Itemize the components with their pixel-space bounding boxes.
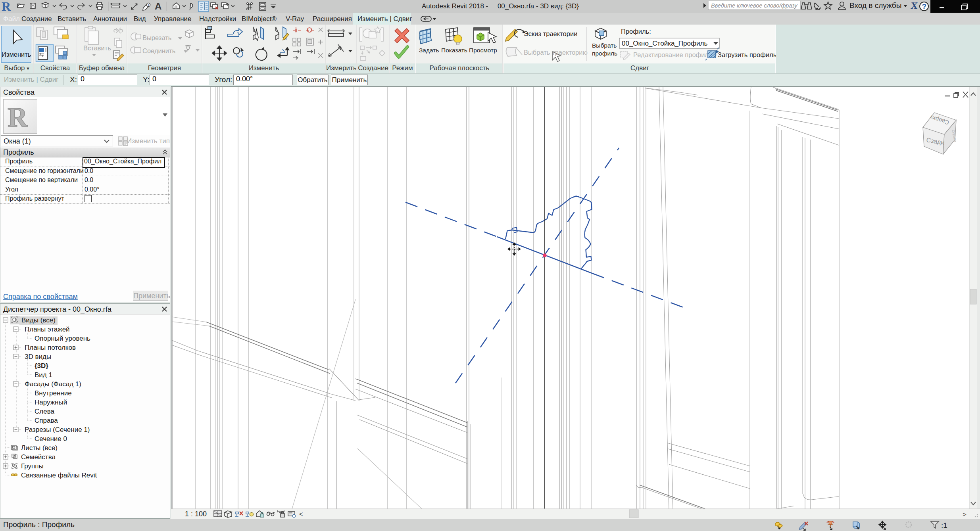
svg-text:Вставить: Вставить — [83, 44, 111, 52]
svg-text:Вход в службы: Вход в службы — [849, 1, 901, 10]
svg-text:Редактирование профиля: Редактирование профиля — [633, 51, 712, 58]
svg-text:R: R — [8, 102, 28, 131]
svg-text:Соединить: Соединить — [142, 47, 175, 54]
svg-text:Загрузить профиль: Загрузить профиль — [718, 51, 776, 58]
svg-text:Выбрать траекторию: Выбрать траекторию — [524, 49, 588, 56]
svg-text:Профиль:: Профиль: — [621, 28, 651, 35]
svg-text:Показать: Показать — [441, 47, 467, 54]
svg-text:1: 1 — [148, 3, 150, 7]
svg-text:Эскиз траектории: Эскиз траектории — [524, 30, 577, 37]
svg-text:<: < — [299, 511, 303, 518]
svg-text:X: X — [910, 0, 919, 11]
svg-text:?: ? — [922, 2, 927, 11]
svg-text:R: R — [2, 0, 11, 13]
svg-text:1 : 100: 1 : 100 — [185, 510, 207, 518]
svg-text:>: > — [963, 511, 967, 518]
svg-text::1: :1 — [941, 521, 947, 529]
svg-text:Задать: Задать — [419, 47, 439, 54]
svg-text:Просмотр: Просмотр — [469, 47, 497, 54]
svg-text:Выбрать: Выбрать — [592, 42, 617, 49]
svg-text:00_Окно_Стойка_Профиль: 00_Окно_Стойка_Профиль — [622, 40, 707, 47]
svg-text:Вырезать: Вырезать — [142, 34, 171, 41]
svg-text:Введите ключевое слово/фразу: Введите ключевое слово/фразу — [711, 2, 797, 9]
svg-text:профиль: профиль — [592, 50, 617, 57]
svg-text:A: A — [155, 1, 161, 12]
